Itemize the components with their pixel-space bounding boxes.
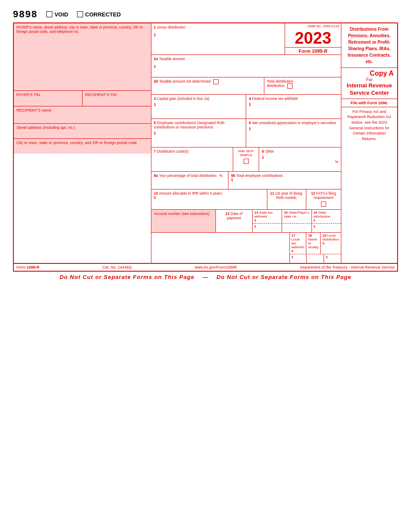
- local-taxes-block: 17 Local tax withheld $ 18 Name of local…: [290, 233, 341, 263]
- corrected-checkbox[interactable]: [77, 11, 83, 17]
- total-distribution-checkbox[interactable]: [287, 83, 292, 89]
- f2b-checkbox[interactable]: [213, 79, 218, 84]
- f6-dollar: $: [249, 127, 338, 131]
- f12-number: 12: [311, 191, 315, 195]
- form-1099r-label: Form 1099-R: [285, 47, 341, 54]
- irs-center-label: Internal Revenue Service Center: [345, 82, 394, 97]
- page-wrapper: 9898 VOID CORRECTED PAYER’S name, street…: [0, 0, 411, 289]
- f14-number: 14: [254, 211, 258, 215]
- f9b-dollar: $: [231, 178, 338, 182]
- f18-cell-top: 18 Name of locality: [306, 233, 321, 254]
- ira-sep-cell: IRA/ SEP/ SIMPLE: [233, 147, 259, 171]
- f19-cell-bottom: $: [324, 254, 341, 263]
- f8-name: Other: [265, 149, 274, 154]
- f16-cell-bottom: $: [312, 224, 341, 232]
- f7-name: Distribution code(s): [157, 149, 189, 154]
- city-label: City or town, state or province, country…: [16, 141, 137, 145]
- f16-dollar-2: $: [314, 224, 315, 228]
- f7-cell: 7 Distribution code(s): [151, 147, 234, 171]
- payer-address-area[interactable]: PAYER’S name, street address, city or to…: [14, 23, 151, 90]
- f17-dollar-2: $: [292, 255, 293, 259]
- f2a-number: 2a: [154, 57, 158, 61]
- f11-number: 11: [270, 191, 274, 195]
- payer-info-label: PAYER’S name, street address, city or to…: [16, 25, 143, 34]
- copy-a-section: Copy A For Internal Revenue Service Cent…: [341, 68, 397, 99]
- void-label: VOID: [55, 11, 68, 18]
- f7-f8-row: 7 Distribution code(s) IRA/ SEP/ SIMPLE …: [151, 147, 341, 172]
- date-payment-cell: 13 Date of payment: [216, 210, 253, 232]
- form-container: PAYER’S name, street address, city or to…: [13, 22, 398, 272]
- f2b-row: 2b Taxable amount not determined Total d…: [151, 77, 341, 95]
- f10-number: 10: [154, 191, 158, 195]
- total-distribution-label: Total distribution: [267, 79, 293, 83]
- account-number-cell[interactable]: Account number (see instructions): [151, 210, 216, 232]
- f10-f11-f12-row: 10 Amount allocable to IRR within 5 year…: [151, 189, 341, 210]
- f16-cell-top: 16 State distribution $: [312, 210, 341, 223]
- corrected-label: CORRECTED: [85, 11, 121, 18]
- f16-dollar: $: [314, 218, 339, 222]
- void-checkbox-label[interactable]: VOID: [46, 11, 68, 18]
- void-checkbox[interactable]: [46, 11, 52, 17]
- f8-dollar: $: [262, 155, 264, 160]
- f1-dollar: $: [154, 33, 283, 37]
- form-barcode-number: 9898: [13, 9, 38, 20]
- year-prefix: 20: [295, 29, 313, 47]
- f2a-dollar: $: [154, 64, 339, 69]
- local-row-bottom: $ $: [290, 254, 341, 263]
- account-date-row: Account number (see instructions) 13 Dat…: [151, 210, 341, 233]
- f12-checkbox[interactable]: [321, 202, 326, 207]
- f1-name: Gross distribution: [157, 25, 186, 29]
- omb-year-block: OMB No. 1545-0119 2023 Form 1099-R: [285, 23, 341, 54]
- f18-number: 18: [308, 234, 312, 237]
- f9b-name: Total employee contributions: [236, 173, 283, 178]
- f7-number: 7: [154, 149, 156, 154]
- f9b-number: 9b: [231, 173, 235, 178]
- f17-number: 17: [292, 234, 295, 237]
- f10-name: Amount allocable to IRR within 5 years: [159, 191, 222, 195]
- f5-number: 5: [154, 121, 156, 125]
- form-footer-title: Form 1099-R: [16, 265, 39, 269]
- f6-name: Net unrealized appreciation in employer’…: [252, 121, 336, 125]
- f17-cell-top: 17 Local tax withheld $: [290, 233, 306, 254]
- street-address-cell: Street address (including apt. no.): [14, 123, 151, 138]
- f19-dollar-1: $: [322, 241, 339, 245]
- f2b-number: 2b: [154, 79, 158, 83]
- f3-name: Capital gain (included in box 2a): [157, 96, 209, 101]
- recipient-name-cell: RECIPIENT’S name: [14, 106, 151, 123]
- year-suffix: 23: [313, 29, 331, 47]
- f16-number: 16: [314, 211, 318, 215]
- void-corrected-area: VOID CORRECTED: [46, 11, 121, 18]
- f9a-pct: %: [219, 173, 223, 178]
- f15-cell-bottom: [282, 224, 311, 232]
- form-footer: Form 1099-R Cat. No. 14436Q www.irs.gov/…: [14, 263, 397, 271]
- f19-cell-top: 19 Local distribution $: [321, 233, 341, 254]
- f10-cell: 10 Amount allocable to IRR within 5 year…: [151, 189, 268, 209]
- f19-dollar-2: $: [326, 255, 328, 259]
- f5-name: Employee contributions/ Designated Roth …: [154, 121, 225, 129]
- local-row-top: 17 Local tax withheld $ 18 Name of local…: [290, 233, 341, 254]
- for-label: For: [345, 77, 394, 82]
- distribution-title: Distributions From Pensions, Annuities, …: [341, 23, 397, 68]
- f4-cell: 4 Federal income tax withheld $: [246, 95, 341, 119]
- state-taxes-block: 14 State tax withheld $ 15 State/Payer’s…: [253, 210, 341, 232]
- do-not-cut: Do Not Cut or Separate Forms on This Pag…: [13, 274, 398, 280]
- f4-name: Federal income tax withheld: [252, 96, 298, 101]
- f2a-name: Taxable amount: [159, 57, 185, 61]
- copy-a-label: Copy A: [345, 70, 394, 77]
- f11-name: 1st year of desig. Roth contrib.: [275, 191, 303, 200]
- file-with-label: File with Form 1096.: [341, 99, 397, 107]
- f10-dollar: $: [154, 195, 265, 200]
- header-row: 9898 VOID CORRECTED: [13, 9, 398, 20]
- corrected-checkbox-label[interactable]: CORRECTED: [77, 11, 121, 18]
- f5-dollar: $: [154, 131, 244, 135]
- f9b-cell: 9b Total employee contributions $: [228, 172, 341, 189]
- f3-dollar: $: [154, 103, 244, 107]
- gross-dist-row: 1 Gross distribution $ OMB No. 1545-0119…: [151, 23, 341, 55]
- f8-number: 8: [262, 149, 264, 154]
- ira-sep-checkbox[interactable]: [244, 159, 249, 164]
- ira-sep-label: IRA/ SEP/ SIMPLE: [236, 149, 256, 157]
- payers-tin-cell: PAYER’S TIN: [14, 91, 83, 106]
- account-number-label: Account number (see instructions): [154, 212, 210, 216]
- payers-tin-label: PAYER’S TIN: [16, 93, 40, 97]
- center-fields: 1 Gross distribution $ OMB No. 1545-0119…: [151, 23, 342, 263]
